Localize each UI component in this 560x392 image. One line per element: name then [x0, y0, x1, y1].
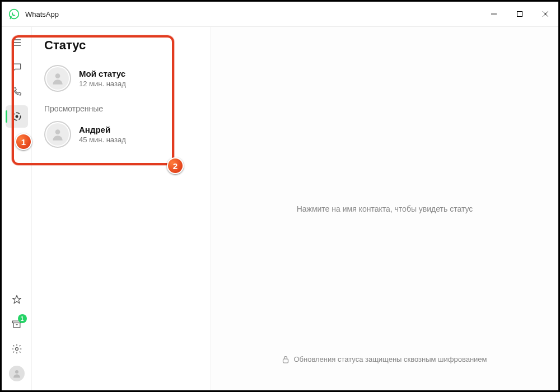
- main-prompt: Нажмите на имя контакта, чтобы увидеть с…: [297, 204, 473, 213]
- app-body: 1 Статус: [2, 26, 558, 390]
- lock-icon: [282, 356, 289, 363]
- status-ring: [44, 65, 71, 92]
- sidebar-bottom: 1: [6, 287, 28, 390]
- status-time: 12 мин. назад: [79, 80, 126, 88]
- active-indicator: [6, 110, 7, 123]
- sidebar: 1: [2, 27, 32, 390]
- window-controls: [481, 2, 558, 26]
- archive-badge: 1: [18, 314, 27, 323]
- avatar-icon: [9, 366, 25, 381]
- chats-tab[interactable]: [6, 56, 28, 78]
- status-name: Мой статус: [79, 69, 126, 78]
- svg-point-12: [15, 348, 18, 351]
- whatsapp-logo-icon: [8, 8, 20, 20]
- archive-button[interactable]: 1: [6, 313, 28, 335]
- status-text: Андрей 45 мин. назад: [79, 125, 126, 144]
- close-button[interactable]: [533, 2, 558, 26]
- avatar-icon: [46, 123, 69, 146]
- settings-button[interactable]: [6, 338, 28, 360]
- status-panel: Статус Мой статус 12 мин. назад Просмотр…: [32, 27, 211, 390]
- svg-point-13: [15, 370, 18, 374]
- status-text: Мой статус 12 мин. назад: [79, 69, 126, 88]
- status-name: Андрей: [79, 125, 126, 134]
- titlebar: WhatsApp: [2, 2, 558, 26]
- avatar-icon: [46, 67, 69, 90]
- my-status-item[interactable]: Мой статус 12 мин. назад: [32, 60, 211, 96]
- calls-tab[interactable]: [6, 81, 28, 103]
- viewed-section-label: Просмотренные: [32, 96, 211, 116]
- encryption-notice: Обновления статуса защищены сквозным шиф…: [282, 355, 487, 363]
- main-area: Нажмите на имя контакта, чтобы увидеть с…: [211, 27, 558, 390]
- app-title: WhatsApp: [25, 10, 59, 18]
- panel-heading: Статус: [32, 35, 211, 60]
- status-tab[interactable]: [6, 105, 28, 128]
- svg-rect-16: [283, 359, 288, 363]
- encryption-text: Обновления статуса защищены сквозным шиф…: [293, 355, 487, 363]
- svg-point-15: [55, 129, 60, 134]
- menu-button[interactable]: [6, 31, 28, 54]
- svg-rect-2: [517, 12, 522, 17]
- titlebar-left: WhatsApp: [8, 8, 59, 20]
- profile-button[interactable]: [6, 362, 28, 385]
- maximize-button[interactable]: [507, 2, 533, 26]
- status-time: 45 мин. назад: [79, 136, 126, 144]
- status-ring: [44, 121, 71, 148]
- starred-button[interactable]: [6, 288, 28, 311]
- app-window: WhatsApp: [0, 0, 560, 392]
- svg-point-14: [55, 73, 60, 78]
- svg-point-9: [15, 115, 18, 118]
- viewed-status-item[interactable]: Андрей 45 мин. назад: [32, 116, 211, 152]
- minimize-button[interactable]: [481, 2, 507, 26]
